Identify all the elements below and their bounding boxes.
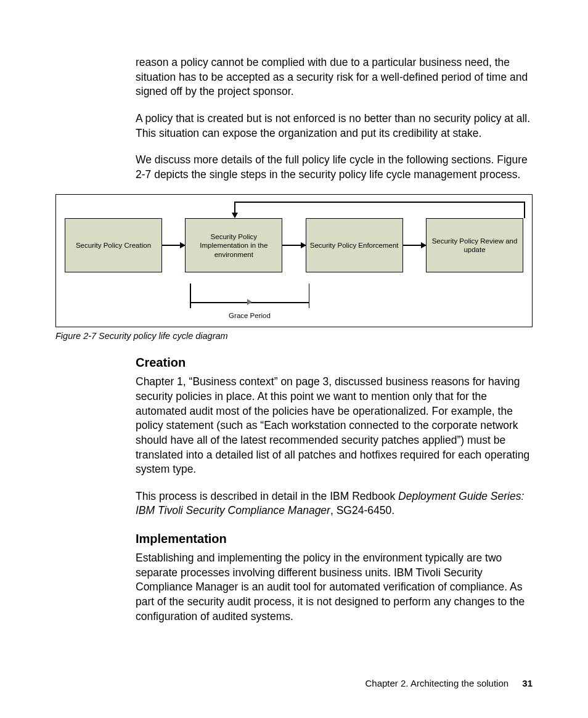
box-enforcement: Security Policy Enforcement (306, 218, 403, 272)
arrow-right-icon (421, 242, 427, 248)
arrow-right-icon (180, 242, 186, 248)
footer-chapter: Chapter 2. Architecting the solution (365, 678, 509, 688)
upper-body-text: reason a policy cannot be complied with … (136, 55, 533, 182)
box-implementation: Security Policy Implementation in the en… (185, 218, 282, 272)
arrow-1 (162, 242, 185, 248)
creation-p2-pre: This process is described in detail in t… (136, 490, 398, 502)
arrow-right-icon (301, 242, 306, 248)
lifecycle-diagram: Security Policy Creation Security Policy… (55, 194, 533, 327)
grace-arrow-icon (247, 299, 252, 305)
grace-period-row: Grace Period (65, 284, 523, 319)
implementation-paragraph-1: Establishing and implementing the policy… (136, 551, 533, 624)
creation-paragraph-1: Chapter 1, “Business context” on page 3,… (136, 375, 533, 476)
footer-page-number: 31 (522, 678, 533, 688)
grace-period-label: Grace Period (190, 312, 309, 319)
creation-p2-post: , SG24-6450. (330, 504, 394, 516)
figure-caption: Figure 2-7 Security policy life cycle di… (55, 331, 533, 341)
figure-wrap: Security Policy Creation Security Policy… (55, 194, 533, 341)
page-footer: Chapter 2. Architecting the solution 31 (365, 678, 533, 688)
svg-marker-0 (232, 213, 238, 218)
box-review: Security Policy Review and update (426, 218, 523, 272)
heading-creation: Creation (136, 354, 533, 371)
box-creation: Security Policy Creation (65, 218, 162, 272)
heading-implementation: Implementation (136, 531, 533, 547)
arrow-3 (403, 242, 426, 248)
lower-body-text: Creation Chapter 1, “Business context” o… (136, 354, 533, 624)
grace-bracket-icon (190, 284, 309, 308)
paragraph-enforcement: A policy that is created but is not enfo… (136, 112, 533, 141)
paragraph-lifecycle-intro: We discuss more details of the full poli… (136, 153, 533, 182)
arrow-2 (282, 242, 305, 248)
document-page: reason a policy cannot be complied with … (0, 0, 588, 718)
creation-paragraph-2: This process is described in detail in t… (136, 489, 533, 518)
paragraph-continuation: reason a policy cannot be complied with … (136, 55, 533, 99)
feedback-arrow-icon (229, 198, 531, 219)
diagram-boxes-row: Security Policy Creation Security Policy… (65, 218, 523, 272)
